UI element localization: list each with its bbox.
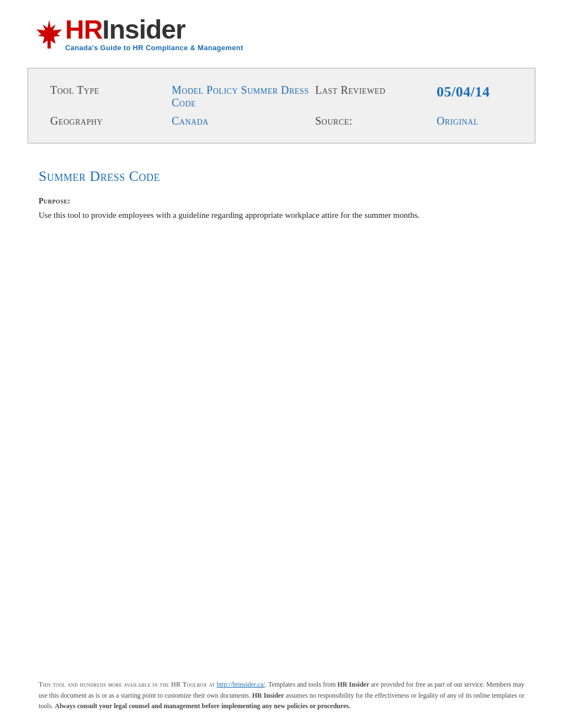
footer-brand: HR Insider: [337, 681, 369, 688]
logo-name: HRInsider: [65, 15, 185, 44]
info-box: Tool Type Model Policy Summer Dress Code…: [28, 68, 535, 143]
footer-disclaimer-bold: Always consult your legal counsel and ma…: [55, 702, 350, 710]
page-container: HRInsider Canada's Guide to HR Complianc…: [0, 0, 563, 728]
footer-suffix: Templates and tools from: [268, 681, 336, 688]
purpose-label: Purpose:: [39, 197, 524, 206]
last-reviewed-label: Last Reviewed: [315, 84, 437, 109]
document-title: Summer Dress Code: [39, 168, 524, 185]
footer-brand2: HR Insider: [252, 692, 284, 699]
footer: This tool and hundreds more available in…: [39, 668, 524, 711]
logo-hr-text: HR: [65, 15, 102, 44]
logo-brand: HRInsider: [65, 17, 243, 43]
tool-type-label: Tool Type: [50, 84, 172, 109]
logo-container: HRInsider Canada's Guide to HR Complianc…: [33, 17, 530, 51]
source-label: Source:: [315, 115, 437, 127]
last-reviewed-value: 05/04/14: [437, 84, 558, 109]
footer-text: This tool and hundreds more available in…: [39, 679, 524, 711]
logo-tagline: Canada's Guide to HR Compliance & Manage…: [65, 44, 243, 51]
main-content: Summer Dress Code Purpose: Use this tool…: [0, 157, 563, 668]
geography-value: Canada: [172, 115, 315, 127]
header: HRInsider Canada's Guide to HR Complianc…: [0, 0, 563, 62]
info-grid: Tool Type Model Policy Summer Dress Code…: [50, 84, 513, 127]
tool-type-value-text: Model Policy Summer Dress Code: [172, 84, 309, 109]
footer-link-url[interactable]: http://hrinsider.ca/: [216, 681, 265, 688]
source-value: Original: [437, 115, 558, 127]
logo-text-block: HRInsider Canada's Guide to HR Complianc…: [65, 17, 243, 51]
tool-type-value: Model Policy Summer Dress Code: [172, 84, 315, 109]
maple-leaf-icon: [33, 18, 65, 50]
purpose-text: Use this tool to provide employees with …: [39, 209, 524, 222]
logo-insider-text: Insider: [102, 15, 185, 44]
geography-label: Geography: [50, 115, 172, 127]
footer-toolbox-prefix: This tool and hundreds more available in…: [39, 681, 215, 688]
footer-link: http://hrinsider.ca/.: [216, 681, 268, 688]
